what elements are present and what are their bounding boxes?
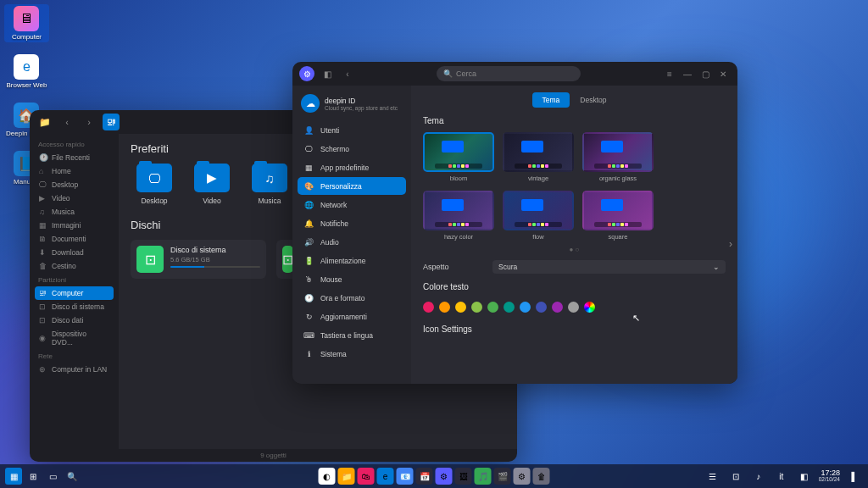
settings-sidebar-item[interactable]: 🔔Notifiche bbox=[298, 214, 406, 232]
fm-sidebar-item[interactable]: ♫Musica bbox=[35, 205, 114, 219]
fm-path-button[interactable]: 🖳 bbox=[103, 114, 120, 130]
theme-option-vintage[interactable]: vintage bbox=[503, 132, 574, 182]
fm-sidebar-item[interactable]: 🗎Documenti bbox=[35, 232, 114, 246]
settings-sidebar-item[interactable]: 🌐Network bbox=[298, 196, 406, 214]
fm-disk[interactable]: ⊡Disco di sistema5.6 GB/15 GB bbox=[131, 240, 266, 279]
taskbar-app[interactable]: 🎬 bbox=[494, 468, 511, 485]
settings-search-input[interactable]: 🔍 Cerca bbox=[437, 66, 581, 81]
fm-sidebar-item[interactable]: 🖳Computer bbox=[35, 286, 114, 300]
fm-folder-desktop[interactable]: 🖵Desktop bbox=[131, 164, 178, 205]
fm-sidebar-item[interactable]: ⌂Home bbox=[35, 164, 114, 178]
settings-sidebar-item[interactable]: ℹSistema bbox=[298, 345, 406, 363]
taskbar-app[interactable]: ⚙ bbox=[514, 468, 531, 485]
theme-option-organic-glass[interactable]: organic glass bbox=[582, 132, 654, 182]
color-swatch[interactable] bbox=[439, 302, 450, 313]
fm-sidebar-item[interactable]: ◉Dispositivo DVD... bbox=[35, 327, 114, 349]
fm-sidebar-item[interactable]: ⊡Disco dati bbox=[35, 313, 114, 327]
tray-item[interactable]: ◧ bbox=[796, 468, 813, 485]
settings-back-button[interactable]: ‹ bbox=[340, 66, 355, 81]
taskbar-app[interactable]: 📁 bbox=[338, 468, 355, 485]
chevron-right-icon[interactable]: › bbox=[729, 238, 732, 250]
settings-sidebar-item[interactable]: 🎨Personalizza bbox=[298, 177, 406, 195]
taskbar-app[interactable]: ◐ bbox=[319, 468, 336, 485]
color-swatch[interactable] bbox=[520, 302, 531, 313]
desktop-icon-computer[interactable]: 🖥Computer bbox=[4, 4, 49, 42]
taskbar-app[interactable]: 📅 bbox=[416, 468, 433, 485]
taskbar: ▦ ⊞ ▭ 🔍 ◐📁🛍e📧📅⚙🖼🎵🎬⚙🗑 ☰⊡♪it◧ 17:28 02/10/… bbox=[0, 464, 868, 488]
taskbar-app[interactable]: 🖼 bbox=[455, 468, 472, 485]
settings-tab[interactable]: Desktop bbox=[570, 92, 616, 108]
fm-sidebar-item[interactable]: ⊕Computer in LAN bbox=[35, 363, 114, 376]
color-swatch[interactable] bbox=[487, 302, 498, 313]
settings-sidebar-item[interactable]: 🖱Mouse bbox=[298, 270, 406, 288]
maximize-button[interactable]: ▢ bbox=[698, 66, 713, 81]
sidebar-item-label: Tastiera e lingua bbox=[320, 331, 373, 340]
tray-item[interactable]: it bbox=[773, 468, 790, 485]
settings-sidebar-item[interactable]: 🔋Alimentazione bbox=[298, 252, 406, 269]
settings-sidebar-item[interactable]: ↻Aggiornamenti bbox=[298, 308, 406, 325]
settings-sidebar-item[interactable]: ▦App predefinite bbox=[298, 158, 406, 176]
theme-option-bloom[interactable]: bloom bbox=[423, 132, 494, 182]
fm-statusbar: 9 oggetti bbox=[30, 449, 517, 462]
item-label: Cestino bbox=[52, 262, 76, 270]
folder-icon: 🖵 bbox=[136, 164, 172, 192]
settings-sidebar-item[interactable]: 🕐Ora e formato bbox=[298, 289, 406, 307]
aspect-select[interactable]: Scura ⌄ bbox=[492, 260, 726, 274]
sidebar-toggle-icon[interactable]: ◧ bbox=[320, 66, 335, 81]
fm-sidebar-item[interactable]: 🖵Desktop bbox=[35, 178, 114, 191]
fm-sidebar-item[interactable]: 🕐File Recenti bbox=[35, 151, 114, 164]
desktop-icon-browser[interactable]: eBrowser Web bbox=[4, 53, 49, 91]
pagination-dots[interactable]: ● ○ bbox=[423, 246, 726, 253]
account-section[interactable]: ☁ deepin ID Cloud sync, app store and et… bbox=[298, 91, 406, 116]
sidebar-item-icon: 🔔 bbox=[303, 218, 314, 229]
taskbar-search-button[interactable]: 🔍 bbox=[64, 468, 81, 485]
close-button[interactable]: ✕ bbox=[715, 66, 731, 81]
color-swatch[interactable] bbox=[552, 302, 563, 313]
taskbar-app[interactable]: 🗑 bbox=[533, 468, 550, 485]
icon-section-title: Icon Settings bbox=[423, 324, 726, 334]
launcher-button[interactable]: ▦ bbox=[5, 468, 22, 485]
taskbar-clock[interactable]: 17:28 02/10/24 bbox=[819, 469, 840, 483]
minimize-button[interactable]: — bbox=[680, 66, 695, 81]
fm-sidebar-item[interactable]: ⬇Download bbox=[35, 246, 114, 259]
tray-item[interactable]: ♪ bbox=[750, 468, 767, 485]
theme-section-title: Tema bbox=[423, 116, 726, 125]
fm-sidebar-item[interactable]: ⊡Disco di sistema bbox=[35, 300, 114, 313]
taskbar-app[interactable]: e bbox=[377, 468, 394, 485]
tray-item[interactable]: ⊡ bbox=[727, 468, 744, 485]
settings-sidebar-item[interactable]: ⌨Tastiera e lingua bbox=[298, 326, 406, 344]
taskbar-app[interactable]: 📧 bbox=[397, 468, 414, 485]
color-swatch[interactable] bbox=[423, 302, 434, 313]
theme-option-hazy-color[interactable]: hazy color bbox=[423, 191, 494, 241]
color-swatch[interactable] bbox=[504, 302, 515, 313]
item-icon: ⬇ bbox=[39, 248, 47, 257]
fm-folder-video[interactable]: ▶Video bbox=[188, 164, 236, 205]
taskbar-app[interactable]: ⚙ bbox=[436, 468, 453, 485]
color-swatch[interactable] bbox=[568, 302, 579, 313]
color-swatch[interactable] bbox=[455, 302, 466, 313]
color-swatch[interactable] bbox=[584, 302, 595, 313]
fm-sidebar-item[interactable]: 🗑Cestino bbox=[35, 259, 114, 273]
color-swatch[interactable] bbox=[471, 302, 482, 313]
settings-sidebar-item[interactable]: 👤Utenti bbox=[298, 121, 406, 139]
workspace-button[interactable]: ⊞ bbox=[25, 468, 42, 485]
fm-back-button[interactable]: ‹ bbox=[58, 114, 75, 130]
settings-sidebar-item[interactable]: 🔊Audio bbox=[298, 233, 406, 251]
theme-option-square[interactable]: square bbox=[582, 191, 654, 241]
taskbar-app[interactable]: 🎵 bbox=[475, 468, 492, 485]
settings-sidebar-item[interactable]: 🖵Schermo bbox=[298, 140, 406, 158]
fm-forward-button[interactable]: › bbox=[81, 114, 97, 130]
fm-folder-musica[interactable]: ♫Musica bbox=[246, 164, 293, 205]
files-button[interactable]: ▭ bbox=[44, 468, 61, 485]
settings-tab[interactable]: Tema bbox=[532, 92, 570, 108]
color-swatch[interactable] bbox=[536, 302, 547, 313]
fm-sidebar-item[interactable]: ▶Video bbox=[35, 191, 114, 205]
sidebar-item-icon: 🔋 bbox=[303, 255, 314, 266]
show-desktop-button[interactable]: ▌ bbox=[846, 468, 863, 485]
taskbar-app[interactable]: 🛍 bbox=[358, 468, 375, 485]
theme-option-flow[interactable]: flow bbox=[503, 191, 574, 241]
fm-section-quick: Accesso rapido bbox=[38, 141, 114, 148]
menu-button[interactable]: ≡ bbox=[662, 66, 677, 81]
fm-sidebar-item[interactable]: ▦Immagini bbox=[35, 219, 114, 232]
tray-item[interactable]: ☰ bbox=[704, 468, 721, 485]
